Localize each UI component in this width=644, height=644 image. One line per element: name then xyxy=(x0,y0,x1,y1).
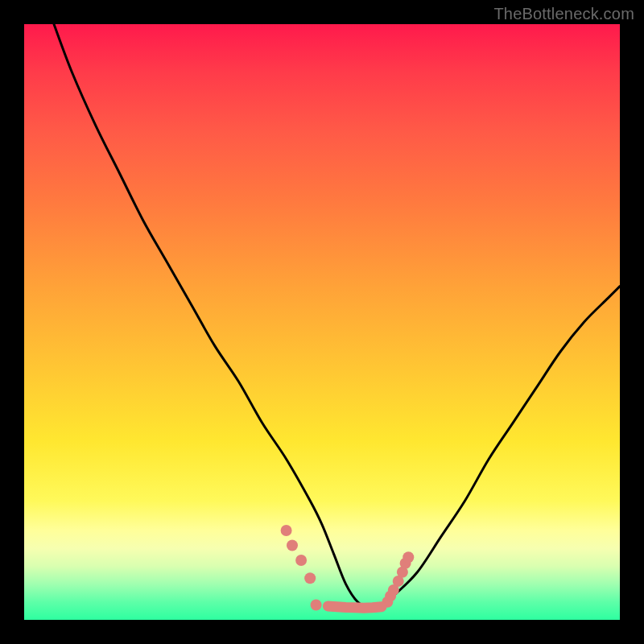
marker-dot xyxy=(304,572,316,584)
marker-plateau xyxy=(328,606,382,608)
plot-area xyxy=(24,24,620,620)
bottleneck-curve xyxy=(54,24,620,609)
marker-dot xyxy=(287,540,298,551)
marker-dot xyxy=(295,555,307,566)
marker-dot xyxy=(311,600,322,611)
curve-svg xyxy=(24,24,620,620)
marker-cluster-left xyxy=(281,525,322,611)
chart-frame: TheBottleneck.com xyxy=(0,0,644,644)
marker-dot xyxy=(281,525,292,536)
watermark-text: TheBottleneck.com xyxy=(493,5,634,23)
marker-dot xyxy=(402,551,414,563)
marker-plateau-stroke xyxy=(328,606,382,608)
